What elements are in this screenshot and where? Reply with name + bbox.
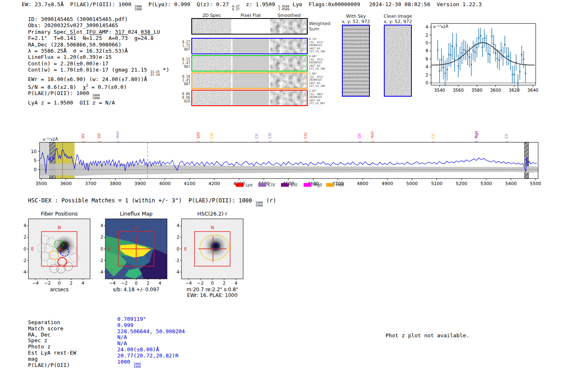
spec2d-image — [232, 90, 269, 105]
info-line: P(LAE)/P(OII): 1000 10001000 — [28, 90, 169, 100]
svg-text:CII: CII — [255, 134, 259, 139]
svg-text:−4: −4 — [186, 281, 192, 285]
svg-text:5400: 5400 — [505, 181, 517, 186]
cutout-xlabel: s/b: 4.18 +/- 0.097 — [113, 287, 160, 292]
spec2d-image — [232, 19, 269, 34]
svg-text:3560: 3560 — [453, 88, 464, 93]
legend-swatch — [236, 183, 244, 187]
svg-text:(: ( — [82, 141, 86, 142]
svg-text:2: 2 — [70, 281, 73, 285]
svg-text:3700: 3700 — [85, 181, 96, 186]
svg-text:(: ( — [269, 141, 272, 142]
svg-text:5300: 5300 — [481, 181, 492, 186]
emission-line-label: HeII — [116, 131, 120, 139]
spec2d-row-annotation: 1.92"(51, 802)20200325v027_02317_LU_087 — [309, 90, 325, 105]
svg-text:0: 0 — [211, 281, 214, 285]
svg-text:2: 2 — [100, 234, 103, 239]
svg-text:4: 4 — [100, 223, 103, 228]
elixer-report-page: EW: 23.7±8.5Å P(LAE)/P(OII): 1000 100010… — [0, 0, 576, 392]
svg-text:3900: 3900 — [135, 181, 146, 186]
svg-text:e⁻¹⁷x2Å: e⁻¹⁷x2Å — [43, 137, 58, 141]
svg-text:SiIV: SiIV — [196, 131, 200, 139]
east-label: E — [31, 246, 34, 252]
cutout-xlabel: arcsecs — [50, 287, 68, 292]
header-datetime-version: 2024-12-30 08:02:56 Version 1.22.3 — [369, 1, 482, 7]
svg-text:4000: 4000 — [159, 181, 171, 186]
stacked-fraction: 10001000 — [133, 362, 141, 368]
emission-line-label: SiII — [97, 133, 101, 139]
info-line: S/N = 8.6(±2.8) χ2 = 0.7(±0.0) — [28, 83, 169, 90]
full-spectrum-plot: 3500360037003800390040004100420043004400… — [23, 121, 541, 191]
match-table-value: 24.00(±8.00)Å — [117, 347, 185, 353]
svg-text:5000: 5000 — [406, 181, 418, 186]
stacked-fraction: 10001000 — [135, 5, 142, 11]
svg-text:10: 10 — [31, 149, 37, 154]
spec2d-row-weights: 0.271.75007 — [181, 40, 190, 51]
info-line: Cont(n) = 2.20(±0.00)e-17 — [28, 60, 169, 67]
east-label: E — [184, 246, 187, 252]
emission-line-label: CIII — [210, 133, 214, 139]
svg-text:2: 2 — [223, 281, 226, 285]
info-line: λ = 3586.25Å σ = 16.32(±5.53)Å — [28, 48, 169, 54]
svg-text:5100: 5100 — [431, 181, 443, 186]
header-version: Version 1.22.3 — [437, 1, 482, 7]
east-label: E — [108, 246, 111, 252]
svg-text:MgII: MgII — [474, 131, 478, 139]
spec2d-row — [191, 90, 308, 106]
svg-text:(: ( — [116, 141, 120, 142]
stacked-fraction: 21.1521.14 — [150, 70, 160, 76]
match-table-label: RA, Dec — [28, 332, 76, 338]
spec2d-image — [192, 56, 231, 71]
legend-swatch — [326, 183, 334, 187]
svg-text:0: 0 — [426, 80, 428, 85]
match-table-values: 0.709119"0.999228.506644, 50.908204N/AN/… — [117, 316, 185, 368]
match-table-value: N/A — [117, 341, 185, 347]
svg-text:−2: −2 — [121, 281, 127, 285]
col-header-2dspec: 2D Spec — [192, 13, 231, 18]
emission-line-label: HeII — [370, 131, 374, 139]
hsc-dex-match-line: HSC-DEX : Possible Matches = 1 (within +… — [28, 197, 276, 207]
svg-text:4: 4 — [235, 281, 237, 285]
svg-text:(: ( — [371, 141, 375, 142]
svg-text:4800: 4800 — [357, 181, 368, 186]
svg-text:0: 0 — [177, 246, 179, 251]
svg-text:CIII: CIII — [268, 133, 272, 139]
svg-text:−2: −2 — [44, 281, 50, 285]
svg-text:CII: CII — [504, 134, 509, 139]
svg-text:3540: 3540 — [434, 88, 445, 93]
svg-text:0: 0 — [34, 167, 37, 172]
spec2d-row — [191, 38, 308, 54]
svg-text:−4: −4 — [109, 281, 116, 285]
match-table-label: Est LyA rest-EW — [28, 350, 76, 356]
svg-text:12: 12 — [426, 32, 428, 37]
svg-text:4900: 4900 — [381, 181, 393, 186]
emission-line-label: NV — [81, 133, 85, 139]
spec2d-image — [232, 56, 269, 71]
svg-text:6: 6 — [426, 56, 428, 61]
match-table-value: 0.999 — [117, 322, 185, 329]
svg-text:−2: −2 — [176, 258, 179, 263]
svg-text:0: 0 — [135, 281, 138, 285]
info-line: LyA z = 1.9500 OII z = N/A — [28, 100, 169, 106]
svg-text:(: ( — [255, 141, 259, 142]
svg-text:3640: 3640 — [527, 88, 539, 93]
svg-text:3580: 3580 — [471, 88, 483, 93]
match-table-label: Match score — [28, 326, 76, 332]
header-datetime: 2024-12-30 08:02:56 — [369, 1, 430, 7]
emission-line-label: CII — [431, 134, 435, 139]
svg-text:4: 4 — [23, 223, 26, 228]
spec2d-image — [192, 39, 231, 53]
spec2d-image — [192, 90, 231, 105]
spec2d-image — [270, 56, 307, 71]
info-line: F=2.1" T=0.141 N=1.25 A=0.73 g=24.8 — [28, 35, 169, 41]
emission-line-label: CII — [255, 134, 259, 139]
svg-text:3620: 3620 — [509, 88, 520, 93]
north-label: N — [58, 225, 61, 230]
stacked-fraction: 0.270.27 — [232, 5, 239, 11]
spec2d-image — [270, 73, 307, 88]
svg-text:CII: CII — [431, 134, 435, 139]
match-table-value: 228.506644, 50.908204 — [117, 329, 185, 335]
spec2d-row-annotation: 0.68"(52, 972)20200325v027_02317_LU_106 — [309, 55, 325, 71]
svg-text:5200: 5200 — [456, 181, 467, 186]
svg-text:2: 2 — [147, 281, 150, 285]
